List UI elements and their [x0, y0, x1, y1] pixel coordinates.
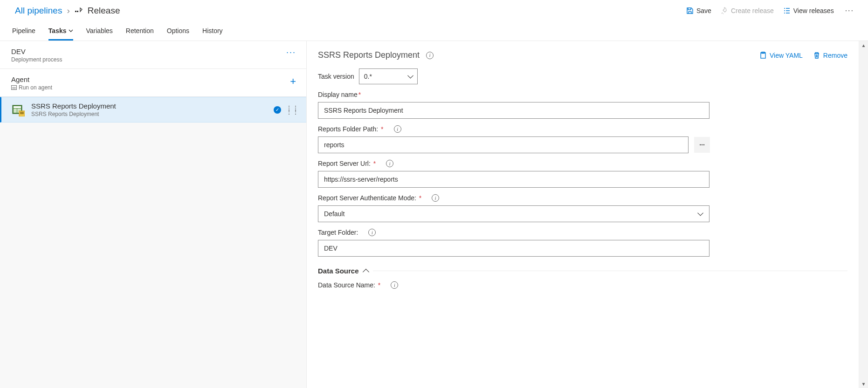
svg-rect-3: [14, 106, 21, 108]
save-label: Save: [696, 7, 711, 14]
more-actions-button[interactable]: ···: [843, 7, 856, 15]
left-pane: DEV Deployment process ··· Agent Run on …: [0, 41, 307, 388]
top-actions: Save Create release View releases ···: [686, 7, 856, 15]
info-icon[interactable]: i: [394, 125, 401, 133]
agent-subtitle: Run on agent: [11, 84, 52, 91]
svg-rect-7: [20, 112, 24, 113]
stage-header[interactable]: DEV Deployment process ···: [0, 41, 306, 69]
info-icon[interactable]: i: [432, 194, 439, 202]
trash-icon: [813, 52, 820, 59]
release-icon: [75, 7, 83, 15]
agent-row[interactable]: Agent Run on agent +: [0, 69, 306, 97]
page-title: SSRS Reports Deployment i: [318, 50, 434, 60]
display-name-input[interactable]: [318, 102, 710, 119]
clipboard-icon: [759, 52, 767, 59]
agent-title: Agent: [11, 75, 52, 83]
task-version-label: Task version: [318, 73, 354, 80]
tab-history[interactable]: History: [202, 20, 223, 41]
info-icon[interactable]: i: [386, 160, 393, 167]
display-name-label: Display name*: [318, 91, 361, 98]
breadcrumb-root-link[interactable]: All pipelines: [15, 6, 62, 16]
task-subtitle: SSRS Reports Deployment: [31, 111, 116, 117]
browse-button[interactable]: ···: [694, 137, 710, 153]
info-icon[interactable]: i: [368, 229, 376, 236]
task-enabled-icon: ✓: [274, 106, 281, 114]
task-icon: [12, 103, 25, 116]
list-icon: [783, 7, 791, 14]
info-icon[interactable]: i: [391, 281, 398, 289]
ds-name-label: Data Source Name: *: [318, 281, 380, 289]
auth-mode-label: Report Server Authenticate Mode: *: [318, 194, 421, 202]
save-icon: [686, 7, 694, 14]
svg-rect-0: [75, 11, 76, 12]
chevron-up-icon: [362, 268, 369, 275]
view-releases-button[interactable]: View releases: [783, 7, 834, 14]
tab-tasks[interactable]: Tasks: [48, 20, 73, 41]
drag-handle-icon[interactable]: ⋮⋮⋮⋮: [286, 106, 299, 114]
chevron-down-icon: [69, 28, 73, 33]
stage-menu-button[interactable]: ···: [286, 48, 296, 57]
chevron-right-icon: ›: [67, 6, 69, 16]
add-task-button[interactable]: +: [290, 75, 296, 88]
scroll-up-button[interactable]: ▲: [859, 41, 868, 49]
server-url-label: Report Server Url: *: [318, 160, 376, 167]
tab-pipeline[interactable]: Pipeline: [12, 20, 35, 41]
right-pane: SSRS Reports Deployment i View YAML Remo…: [307, 41, 859, 388]
task-item-ssrs[interactable]: SSRS Reports Deployment SSRS Reports Dep…: [0, 97, 306, 123]
breadcrumb: All pipelines › Release: [15, 6, 120, 16]
create-release-label: Create release: [731, 7, 774, 14]
scrollbar[interactable]: ▲ ▼: [859, 41, 868, 388]
divider: [373, 271, 847, 271]
info-icon[interactable]: i: [426, 52, 434, 59]
tab-options[interactable]: Options: [167, 20, 189, 41]
svg-rect-4: [14, 109, 17, 113]
save-button[interactable]: Save: [686, 7, 711, 14]
svg-rect-8: [20, 113, 24, 114]
svg-rect-1: [77, 11, 78, 12]
rocket-icon: [721, 7, 728, 14]
auth-mode-select[interactable]: Default: [318, 205, 710, 222]
remove-button[interactable]: Remove: [813, 52, 847, 59]
breadcrumb-current: Release: [88, 6, 120, 16]
view-releases-label: View releases: [793, 7, 834, 14]
stage-name: DEV: [11, 48, 62, 55]
reports-folder-label: Reports Folder Path: *: [318, 125, 384, 133]
tab-variables[interactable]: Variables: [86, 20, 113, 41]
reports-folder-input[interactable]: [318, 136, 689, 153]
task-version-select[interactable]: 0.*: [359, 68, 418, 84]
task-title: SSRS Reports Deployment: [31, 102, 116, 110]
stage-subtitle: Deployment process: [11, 56, 62, 63]
section-data-source[interactable]: Data Source: [318, 267, 847, 275]
target-folder-input[interactable]: [318, 240, 710, 257]
server-icon: [11, 85, 17, 90]
tab-row: Pipeline Tasks Variables Retention Optio…: [0, 20, 868, 41]
create-release-button: Create release: [721, 7, 774, 14]
tab-retention[interactable]: Retention: [126, 20, 154, 41]
server-url-input[interactable]: [318, 171, 710, 188]
scroll-down-button[interactable]: ▼: [859, 380, 868, 388]
target-folder-label: Target Folder:: [318, 229, 358, 236]
view-yaml-button[interactable]: View YAML: [759, 52, 803, 59]
